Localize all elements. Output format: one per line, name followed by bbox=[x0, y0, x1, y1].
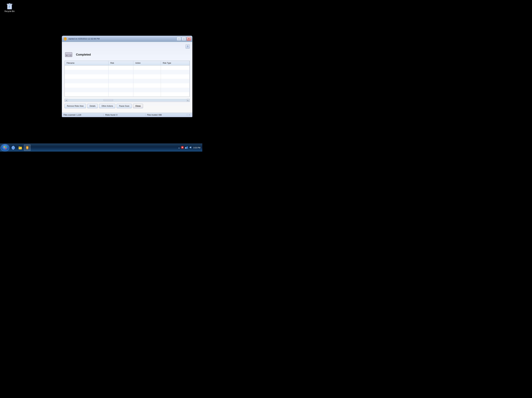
window-close-icon: ✕ bbox=[188, 38, 190, 40]
start-icon bbox=[3, 145, 7, 150]
maximize-button[interactable]: □ bbox=[182, 37, 186, 41]
security-alert-icon bbox=[181, 146, 184, 149]
svg-rect-11 bbox=[5, 146, 6, 148]
table-row bbox=[65, 83, 190, 88]
titlebar: N started on 4/25/2013 12:32:06 PM ─ □ ✕ bbox=[62, 36, 192, 42]
col-risk: Risk bbox=[108, 61, 133, 65]
svg-rect-13 bbox=[5, 148, 6, 149]
files-scanned-status: Files scanned: 1,120 bbox=[63, 114, 104, 116]
scan-header: Completed bbox=[64, 51, 190, 58]
col-risktype: Risk Type bbox=[161, 61, 189, 65]
remove-risks-button[interactable]: Remove Risks Now bbox=[64, 104, 86, 108]
other-actions-button[interactable]: Other Actions bbox=[99, 104, 115, 108]
svg-point-8 bbox=[70, 55, 71, 56]
window-body: ? Completed bbox=[62, 42, 192, 113]
hard-drive-icon bbox=[64, 51, 73, 58]
scan-status: Completed bbox=[76, 53, 91, 56]
svg-marker-28 bbox=[190, 146, 191, 149]
taskbar-norton-button[interactable]: N bbox=[24, 144, 31, 151]
svg-text:N: N bbox=[27, 147, 28, 149]
explorer-icon bbox=[18, 145, 22, 150]
table-row bbox=[65, 88, 190, 92]
table-row bbox=[65, 74, 190, 79]
close-button[interactable]: Close bbox=[133, 104, 143, 108]
start-button[interactable] bbox=[1, 144, 9, 151]
window-controls: ─ □ ✕ bbox=[177, 37, 191, 41]
svg-point-9 bbox=[3, 146, 7, 150]
svg-rect-6 bbox=[66, 55, 67, 56]
window-close-button[interactable]: ✕ bbox=[187, 37, 191, 41]
taskbar-ie-button[interactable] bbox=[10, 144, 17, 151]
table-row bbox=[65, 79, 190, 83]
pause-scan-button[interactable]: Pause Scan bbox=[117, 104, 132, 108]
scroll-left-icon: ◄ bbox=[66, 100, 67, 101]
maximize-icon: □ bbox=[183, 38, 184, 40]
files-trusted-status: Files trusted: 698 bbox=[147, 114, 187, 116]
norton-icon: N bbox=[25, 145, 30, 150]
scroll-left-button[interactable]: ◄ bbox=[65, 99, 68, 101]
svg-rect-10 bbox=[4, 146, 5, 148]
svg-rect-2 bbox=[9, 3, 10, 4]
svg-rect-27 bbox=[187, 146, 188, 149]
status-bar: Files scanned: 1,120 Risks found: 0 File… bbox=[62, 113, 192, 117]
recycle-bin-icon[interactable]: Recycle Bin bbox=[3, 2, 16, 12]
tray-security-icon[interactable] bbox=[181, 146, 184, 150]
volume-icon bbox=[189, 146, 192, 149]
recycle-bin-label: Recycle Bin bbox=[5, 10, 14, 12]
table-row bbox=[65, 70, 190, 74]
scroll-right-button[interactable]: ► bbox=[187, 99, 189, 101]
action-buttons: Remove Risks Now Details Other Actions P… bbox=[64, 104, 190, 108]
help-icon: ? bbox=[187, 45, 188, 48]
tray-area: ▲ bbox=[178, 146, 202, 150]
taskbar: N ▲ bbox=[0, 143, 202, 152]
risks-found-status: Risks found: 0 bbox=[105, 114, 146, 116]
recycle-bin-image bbox=[6, 2, 13, 10]
table-row bbox=[65, 92, 190, 97]
svg-text:N: N bbox=[65, 38, 66, 40]
horizontal-scrollbar[interactable]: ◄ ► bbox=[64, 99, 190, 102]
results-table: Filename Risk Action Risk Type bbox=[65, 61, 190, 97]
svg-rect-12 bbox=[4, 148, 5, 149]
results-table-container: Filename Risk Action Risk Type bbox=[64, 61, 190, 97]
table-header-row: Filename Risk Action Risk Type bbox=[65, 61, 190, 65]
help-button[interactable]: ? bbox=[186, 44, 190, 49]
window-title: started on 4/25/2013 12:32:06 PM bbox=[68, 37, 177, 40]
details-button[interactable]: Details bbox=[87, 104, 98, 108]
minimize-button[interactable]: ─ bbox=[177, 37, 181, 41]
tray-network-icon[interactable] bbox=[185, 146, 188, 150]
taskbar-clock[interactable]: 3:03 PM bbox=[193, 147, 200, 149]
resize-grip[interactable]: ⠿ bbox=[189, 114, 191, 116]
network-icon bbox=[185, 146, 188, 149]
ie-icon bbox=[11, 145, 15, 150]
minimize-icon: ─ bbox=[178, 38, 179, 40]
scan-window: N started on 4/25/2013 12:32:06 PM ─ □ ✕ bbox=[62, 36, 192, 117]
tray-expand-button[interactable]: ▲ bbox=[178, 147, 180, 149]
window-icon: N bbox=[63, 37, 67, 41]
clock-time: 3:03 PM bbox=[193, 147, 200, 149]
svg-rect-5 bbox=[65, 52, 72, 55]
svg-rect-26 bbox=[185, 147, 186, 149]
table-row bbox=[65, 65, 190, 70]
svg-rect-0 bbox=[7, 5, 12, 9]
col-action: Action bbox=[133, 61, 161, 65]
taskbar-explorer-button[interactable] bbox=[17, 144, 24, 151]
scroll-track[interactable] bbox=[68, 99, 186, 101]
svg-rect-21 bbox=[19, 146, 20, 147]
scroll-thumb[interactable] bbox=[103, 99, 113, 101]
tray-volume-icon[interactable] bbox=[189, 146, 192, 150]
desktop: Recycle Bin N started on 4/25/2013 12:32… bbox=[0, 0, 202, 152]
col-filename: Filename bbox=[65, 61, 108, 65]
scroll-right-icon: ► bbox=[187, 100, 189, 101]
